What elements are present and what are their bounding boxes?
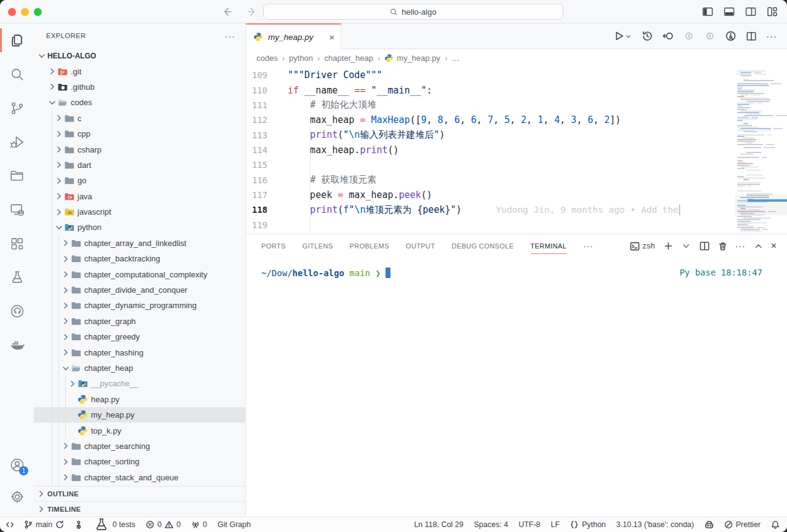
run-python-file-icon[interactable] bbox=[613, 30, 632, 42]
close-tab-icon[interactable]: × bbox=[329, 32, 334, 42]
tree-item[interactable]: JS javascript bbox=[34, 204, 245, 220]
activity-settings[interactable] bbox=[0, 481, 34, 513]
close-panel-icon[interactable]: × bbox=[771, 240, 777, 252]
status-prettier[interactable]: Prettier bbox=[724, 520, 761, 529]
split-terminal-icon[interactable] bbox=[699, 240, 710, 252]
panel-tab-problems[interactable]: PROBLEMS bbox=[350, 234, 389, 258]
tree-item[interactable]: chapter_dynamic_programming bbox=[34, 298, 245, 313]
tree-item[interactable]: c bbox=[34, 111, 245, 126]
status-gitlens[interactable] bbox=[74, 520, 83, 529]
panel-tab-ports[interactable]: PORTS bbox=[261, 234, 286, 258]
code-line[interactable]: 117 peek = max_heap.peek() bbox=[246, 188, 735, 202]
new-terminal-icon[interactable] bbox=[663, 241, 673, 251]
launch-profile[interactable]: zsh bbox=[630, 241, 655, 252]
tree-item[interactable]: chapter_divide_and_conquer bbox=[34, 282, 245, 298]
panel-tab-debug-console[interactable]: DEBUG CONSOLE bbox=[452, 234, 514, 258]
tree-item[interactable]: csharp bbox=[34, 141, 245, 157]
customize-layout-icon[interactable] bbox=[765, 4, 780, 19]
go-forward-icon[interactable] bbox=[244, 4, 259, 19]
status-cursor-position[interactable]: Ln 118, Col 29 bbox=[414, 520, 463, 529]
panel-tab-output[interactable]: OUTPUT bbox=[406, 234, 435, 258]
status-copilot[interactable] bbox=[705, 520, 714, 530]
tree-item[interactable]: chapter_sorting bbox=[34, 454, 245, 469]
tree-item[interactable]: dart bbox=[34, 157, 245, 173]
tree-item[interactable]: chapter_searching bbox=[34, 439, 245, 454]
status-notifications[interactable] bbox=[771, 520, 780, 529]
tree-item[interactable]: chapter_stack_and_queue bbox=[34, 470, 245, 485]
previous-change-icon[interactable] bbox=[683, 30, 695, 42]
code-line[interactable]: 114 max_heap.print() bbox=[246, 143, 735, 157]
tree-item[interactable]: go bbox=[34, 173, 245, 188]
tree-item[interactable]: java bbox=[34, 189, 245, 204]
panel-more-icon[interactable]: ··· bbox=[735, 241, 746, 251]
tree-item[interactable]: chapter_graph bbox=[34, 314, 245, 329]
activity-search[interactable] bbox=[0, 57, 34, 91]
tree-item[interactable]: codes bbox=[34, 95, 245, 110]
file-history-icon[interactable] bbox=[641, 30, 653, 42]
status-remote[interactable] bbox=[5, 520, 14, 529]
breadcrumb-item[interactable]: … bbox=[451, 54, 459, 63]
tree-item[interactable]: chapter_heap bbox=[34, 360, 245, 376]
maximize-panel-icon[interactable] bbox=[754, 242, 763, 251]
section-outline[interactable]: OUTLINE bbox=[34, 486, 245, 501]
status-problems[interactable]: 00 bbox=[146, 520, 181, 529]
activity-docker[interactable] bbox=[0, 328, 34, 362]
activity-accounts[interactable]: 1 bbox=[0, 449, 34, 481]
tree-item[interactable]: .github bbox=[34, 79, 245, 95]
code-line[interactable]: 118 print(f"\n堆顶元素为 {peek}")Yudong Jin, … bbox=[246, 202, 735, 217]
code-line[interactable]: 113 print("\n输入列表并建堆后") bbox=[246, 127, 735, 142]
code-editor[interactable]: 109 """Driver Code""" 110 if __name__ ==… bbox=[246, 66, 787, 234]
minimize-window-button[interactable] bbox=[21, 8, 29, 16]
split-editor-icon[interactable] bbox=[746, 31, 757, 42]
tree-item-root[interactable]: HELLO-ALGO bbox=[34, 48, 245, 63]
status-python-interpreter[interactable]: 3.10.13 ('base': conda) bbox=[616, 520, 694, 529]
status-indentation[interactable]: Spaces: 4 bbox=[474, 520, 508, 529]
status-git-graph[interactable]: Git Graph bbox=[218, 520, 251, 529]
breadcrumb-item[interactable]: my_heap.py bbox=[384, 54, 440, 63]
code-line[interactable]: 111 # 初始化大顶堆 bbox=[246, 98, 735, 113]
status-encoding[interactable]: UTF-8 bbox=[518, 520, 540, 529]
tree-item[interactable]: chapter_array_and_linkedlist bbox=[34, 236, 245, 251]
minimap[interactable] bbox=[735, 66, 787, 234]
panel-tab-gitlens[interactable]: GITLENS bbox=[303, 234, 333, 258]
activity-testing[interactable] bbox=[0, 260, 34, 294]
tree-item[interactable]: python bbox=[34, 220, 245, 235]
code-line[interactable]: 112 max_heap = MaxHeap([9, 8, 6, 6, 7, 5… bbox=[246, 113, 735, 127]
code-line[interactable]: 119 bbox=[246, 217, 735, 232]
code-line[interactable]: 115 bbox=[246, 157, 735, 172]
command-center-search[interactable]: hello-algo bbox=[263, 4, 563, 20]
terminal-view[interactable]: ~/Dow/hello-algo main ❯ Py base 18:18:47 bbox=[246, 258, 787, 517]
activity-extensions[interactable] bbox=[0, 226, 34, 260]
tree-item[interactable]: chapter_computational_complexity bbox=[34, 266, 245, 282]
terminal-dropdown-icon[interactable] bbox=[681, 241, 691, 251]
status-tests[interactable]: 0 tests bbox=[93, 517, 135, 532]
breadcrumb-item[interactable]: python bbox=[289, 54, 313, 63]
tree-item[interactable]: chapter_hashing bbox=[34, 344, 245, 360]
activity-github[interactable] bbox=[0, 294, 34, 328]
activity-remote-explorer[interactable] bbox=[0, 193, 34, 226]
activity-source-control[interactable] bbox=[0, 91, 34, 125]
status-ports[interactable]: 0 bbox=[191, 520, 207, 529]
status-language-mode[interactable]: Python bbox=[570, 520, 606, 529]
toggle-panel-icon[interactable] bbox=[722, 4, 737, 19]
more-actions-icon[interactable]: ··· bbox=[766, 31, 777, 41]
code-line[interactable]: 109 """Driver Code""" bbox=[246, 68, 735, 82]
code-line[interactable]: 110 if __name__ == "__main__": bbox=[246, 82, 735, 97]
tree-item[interactable]: chapter_backtracking bbox=[34, 251, 245, 266]
tab-my-heap-py[interactable]: my_heap.py × bbox=[246, 23, 341, 49]
tree-item[interactable]: cpp bbox=[34, 126, 245, 141]
section-timeline[interactable]: TIMELINE bbox=[34, 501, 245, 517]
zoom-window-button[interactable] bbox=[34, 8, 42, 16]
activity-project-folder[interactable] bbox=[0, 159, 34, 193]
activity-run-debug[interactable] bbox=[0, 125, 34, 159]
status-eol[interactable]: LF bbox=[551, 520, 560, 529]
open-changes-icon[interactable] bbox=[662, 30, 674, 42]
code-line[interactable]: 116 # 获取堆顶元素 bbox=[246, 172, 735, 187]
tree-item[interactable]: .git bbox=[34, 63, 245, 79]
breadcrumb-item[interactable]: chapter_heap bbox=[324, 54, 373, 63]
panel-tabs-more-icon[interactable]: ··· bbox=[583, 241, 594, 251]
next-change-icon[interactable] bbox=[704, 30, 716, 42]
toggle-secondary-sidebar-icon[interactable] bbox=[743, 4, 758, 19]
go-back-icon[interactable] bbox=[220, 4, 235, 19]
toggle-primary-sidebar-icon[interactable] bbox=[700, 4, 715, 19]
